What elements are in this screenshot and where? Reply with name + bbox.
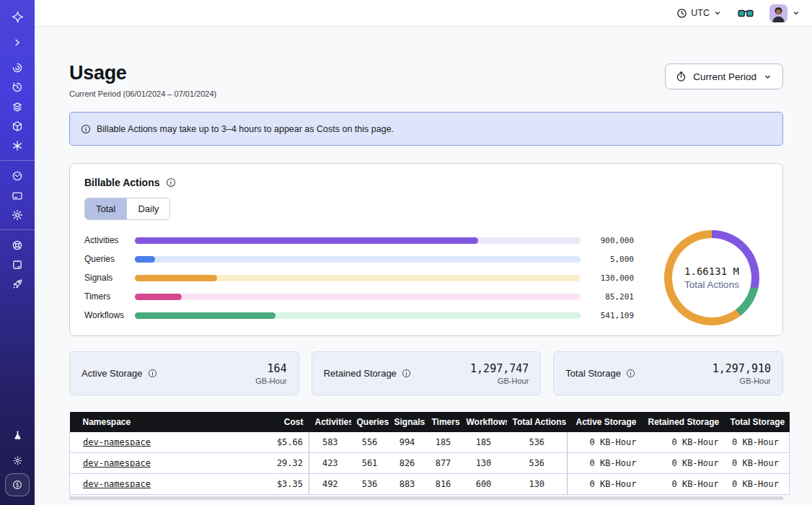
layers-icon[interactable] xyxy=(5,97,30,116)
active-storage-card: Active Storage 164 GB-Hour xyxy=(69,351,299,395)
cell-activities: 583 xyxy=(309,432,351,453)
cell-retained-storage: 0 KB-Hour xyxy=(643,432,725,453)
cell-timers: 877 xyxy=(426,453,461,474)
cell-signals: 883 xyxy=(389,474,426,495)
total-actions-donut: 1.66131 M Total Actions xyxy=(664,230,759,325)
avatar xyxy=(769,4,787,22)
timezone-selector[interactable]: UTC xyxy=(676,8,722,19)
bar-label: Timers xyxy=(84,291,135,302)
bar-value: 130,000 xyxy=(581,273,634,283)
usage-table-head-row: NamespaceCostActivitiesQueriesSignalsTim… xyxy=(70,412,790,432)
bar-value: 900,000 xyxy=(581,236,634,245)
cell-total-storage: 0 KB-Hour xyxy=(725,432,790,453)
info-icon[interactable] xyxy=(148,369,157,378)
table-row: dev-namespace29.324235618268771305360 KB… xyxy=(70,453,790,474)
retained-storage-label: Retained Storage xyxy=(324,368,411,379)
sidebar-divider xyxy=(0,229,35,230)
chevron-right-icon[interactable] xyxy=(5,32,30,52)
bar-label: Signals xyxy=(84,273,135,283)
column-header-total-storage: Total Storage xyxy=(725,412,790,432)
table-row: dev-namespace$3.354925368838166001300 KB… xyxy=(70,474,790,495)
cell-active-storage: 0 KB-Hour xyxy=(568,474,643,495)
cell-timers: 185 xyxy=(426,432,461,453)
gear-icon[interactable] xyxy=(5,205,30,224)
bar-value: 5,000 xyxy=(581,255,634,264)
donut-total-value: 1.66131 M xyxy=(684,265,739,277)
lifebuoy-icon[interactable] xyxy=(5,235,30,255)
bar-fill xyxy=(135,275,217,281)
glasses-icon[interactable] xyxy=(738,9,754,18)
bar-fill xyxy=(135,237,478,244)
tab-daily[interactable]: Daily xyxy=(126,198,169,219)
card-icon[interactable] xyxy=(5,185,30,205)
cube-icon[interactable] xyxy=(5,116,30,136)
active-storage-unit: GB-Hour xyxy=(255,377,286,385)
info-banner: Billable Actions may take up to 3–4 hour… xyxy=(69,112,783,146)
cell-queries: 561 xyxy=(351,453,389,474)
bar-track xyxy=(135,294,581,300)
column-header-queries: Queries xyxy=(351,412,389,432)
info-icon[interactable] xyxy=(626,369,635,378)
cell-retained-storage: 0 KB-Hour xyxy=(643,474,725,495)
cell-namespace: dev-namespace xyxy=(70,453,243,474)
clock-icon xyxy=(676,8,687,19)
period-dropdown-button[interactable]: Current Period xyxy=(665,63,783,89)
terminal-window-icon[interactable] xyxy=(5,255,30,274)
sidebar: $ xyxy=(0,0,35,505)
cell-total-actions: 536 xyxy=(507,432,568,453)
bar-fill xyxy=(135,256,155,263)
total-storage-card: Total Storage 1,297,910 GB-Hour xyxy=(553,351,783,395)
namespace-link[interactable]: dev-namespace xyxy=(83,437,151,447)
clock-restart-icon[interactable] xyxy=(5,77,30,97)
cell-active-storage: 0 KB-Hour xyxy=(568,432,643,453)
cell-activities: 492 xyxy=(309,474,351,495)
cell-workflows: 185 xyxy=(461,432,507,453)
cell-retained-storage: 0 KB-Hour xyxy=(643,453,725,474)
svg-text:$: $ xyxy=(16,482,19,488)
bar-value: 541,109 xyxy=(581,311,634,320)
sun-icon[interactable] xyxy=(5,451,30,470)
bar-fill xyxy=(135,294,182,300)
cell-cost: 29.32 xyxy=(243,453,309,474)
flask-icon[interactable] xyxy=(5,426,30,445)
main-content: Usage Current Period (06/01/2024 – 07/01… xyxy=(35,27,812,505)
spiral-namespaces-icon[interactable] xyxy=(5,58,30,77)
dollar-coin-icon[interactable]: $ xyxy=(5,473,30,496)
cell-signals: 826 xyxy=(389,453,426,474)
bar-label: Queries xyxy=(84,254,135,264)
timezone-label: UTC xyxy=(691,8,710,18)
column-header-retained-storage: Retained Storage xyxy=(643,412,725,432)
retained-storage-card: Retained Storage 1,297,747 GB-Hour xyxy=(312,351,542,395)
partial-next-row xyxy=(69,496,783,500)
asterisk-icon[interactable] xyxy=(5,136,30,155)
billable-actions-title: Billable Actions xyxy=(84,177,768,188)
retained-storage-value: 1,297,747 xyxy=(470,362,529,375)
bar-fill xyxy=(135,312,275,319)
tab-total[interactable]: Total xyxy=(85,198,126,219)
rocket-icon[interactable] xyxy=(5,274,30,294)
cell-queries: 556 xyxy=(351,432,389,453)
usage-table: NamespaceCostActivitiesQueriesSignalsTim… xyxy=(69,412,790,495)
namespace-link[interactable]: dev-namespace xyxy=(83,458,151,468)
column-header-signals: Signals xyxy=(389,412,426,432)
bar-track xyxy=(135,312,581,319)
total-storage-label: Total Storage xyxy=(565,368,635,379)
bar-row-activities: Activities900,000 xyxy=(84,231,634,250)
cell-total-actions: 536 xyxy=(507,453,568,474)
gauge-icon[interactable] xyxy=(5,166,30,185)
cell-total-storage: 0 KB-Hour xyxy=(725,453,790,474)
namespace-link[interactable]: dev-namespace xyxy=(83,479,151,489)
cell-namespace: dev-namespace xyxy=(70,432,243,453)
user-menu[interactable] xyxy=(769,4,800,22)
cell-activities: 423 xyxy=(309,453,351,474)
column-header-timers: Timers xyxy=(426,412,461,432)
info-icon[interactable] xyxy=(166,177,176,188)
period-dropdown-label: Current Period xyxy=(693,71,756,82)
column-header-namespace: Namespace xyxy=(70,412,243,432)
active-storage-label: Active Storage xyxy=(81,368,157,379)
table-row: dev-namespace$5.665835569941851855360 KB… xyxy=(70,432,790,453)
info-icon[interactable] xyxy=(402,369,411,378)
temporal-logo-icon[interactable] xyxy=(5,7,30,27)
cell-total-storage: 0 KB-Hour xyxy=(725,474,790,495)
column-header-activities: Activities xyxy=(309,412,351,432)
